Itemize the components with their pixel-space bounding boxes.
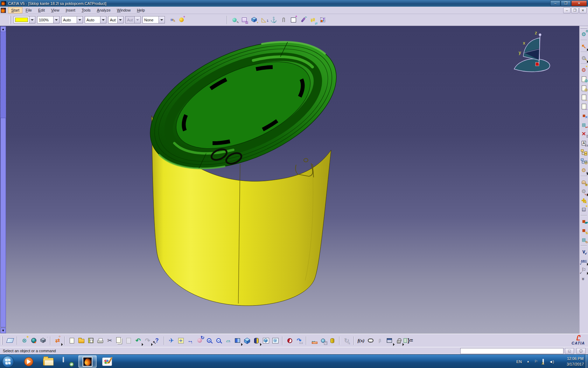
save-icon[interactable]	[86, 336, 96, 346]
graph-tree-reorder-icon[interactable]: ▤↻	[580, 235, 588, 244]
doc-arrow-gear-icon[interactable]: →	[580, 102, 588, 111]
fit-all-in-icon[interactable]: ✛	[176, 336, 186, 346]
pan-icon[interactable]: ↔↕	[186, 336, 195, 346]
chevron-down-icon[interactable]	[100, 16, 106, 23]
cube-camera-icon[interactable]: ◗	[250, 15, 259, 25]
annotation-a15-icon[interactable]: A15	[580, 138, 588, 148]
text-with-leader-icon[interactable]: ABC↙	[580, 256, 588, 265]
update-all-icon[interactable]: ⚙⚙	[580, 30, 588, 39]
doc-gear-teal-icon[interactable]: ⚙	[580, 75, 588, 84]
line-weight-combo[interactable]: Auto	[61, 16, 83, 23]
document-icon[interactable]	[1, 8, 6, 13]
tree-scrollbar[interactable]: ▲ ▼	[0, 26, 6, 334]
anchor-icon[interactable]: ⚓	[269, 15, 278, 25]
clock[interactable]: 12:06 PM 3/17/2017	[567, 356, 584, 367]
snap-smart-icon[interactable]: ⚙◡	[580, 187, 588, 196]
scrollbar-track[interactable]	[0, 32, 6, 118]
measure-inertia-icon[interactable]	[328, 336, 337, 346]
quick-print-icon[interactable]	[96, 336, 105, 346]
menu-edit[interactable]: Edit	[35, 7, 48, 13]
scroll-down-icon[interactable]: ▼	[0, 328, 6, 333]
link-parts-icon[interactable]: ✕	[580, 111, 588, 120]
doc-gear-yellow-icon[interactable]: ⚙	[580, 84, 588, 93]
close-button[interactable]: ✕	[571, 0, 587, 6]
measure-between-icon[interactable]: ↔	[309, 336, 318, 346]
whats-this-icon[interactable]: ?↖	[152, 336, 162, 346]
doc-arrow-icon[interactable]: →	[580, 93, 588, 102]
menu-tools[interactable]: Tools	[78, 7, 94, 13]
chevron-down-icon[interactable]	[117, 16, 123, 23]
cube-small-icon[interactable]: ◦	[38, 336, 48, 346]
menu-window[interactable]: Window	[114, 7, 134, 13]
light-effect-icon[interactable]	[285, 336, 294, 346]
taskbar-explorer[interactable]	[39, 355, 57, 368]
power-input-button[interactable]: ◱	[565, 348, 574, 354]
info-button[interactable]: ⓘ	[576, 348, 586, 354]
zoom-out-icon[interactable]: −	[214, 336, 223, 346]
weld-symbol-icon[interactable]: ∨↙	[580, 247, 588, 256]
smart-pick-icon[interactable]: ⚙↖	[580, 54, 588, 63]
menu-insert[interactable]: Insert	[63, 7, 79, 13]
chevron-down-icon[interactable]	[77, 16, 83, 23]
color-grid-icon[interactable]	[318, 15, 327, 25]
setsquare-icon[interactable]: ◺1	[259, 15, 268, 25]
menu-help[interactable]: Help	[134, 7, 148, 13]
restore-button[interactable]: ❐	[561, 0, 571, 6]
swap-visible-space-icon[interactable]	[271, 336, 280, 346]
product-tree-icon[interactable]	[580, 148, 588, 157]
start-button[interactable]	[2, 356, 14, 368]
macro-globe-icon[interactable]: ⊛★	[20, 336, 29, 346]
chevron-down-icon[interactable]	[29, 16, 35, 23]
lock-icon[interactable]	[394, 336, 404, 346]
sphere-pencil-icon[interactable]: ✎	[230, 15, 239, 25]
scroll-up-icon[interactable]: ▲	[0, 26, 6, 32]
design-table-icon[interactable]	[385, 336, 394, 346]
fill-color-combo[interactable]	[14, 16, 35, 23]
chevron-down-icon[interactable]	[53, 16, 59, 23]
new-document-icon[interactable]	[67, 336, 77, 346]
taskbar-remote-desktop[interactable]: ⇄	[59, 355, 77, 368]
grid-points-icon[interactable]: ⇄⁘	[53, 336, 62, 346]
point-symbol-combo[interactable]: Aut	[108, 16, 124, 23]
menu-analyze[interactable]: Analyze	[94, 7, 114, 13]
zoom-in-icon[interactable]: +	[204, 336, 214, 346]
multi-view-icon[interactable]	[233, 336, 242, 346]
toolbar-grip[interactable]	[1, 336, 2, 345]
flag-note-icon[interactable]: ⚐↙	[580, 265, 588, 274]
toolbar-grip[interactable]	[10, 16, 11, 24]
depth-effect-icon[interactable]: ↷▭	[294, 336, 304, 346]
sphere-render-icon[interactable]: ●	[29, 336, 38, 346]
taskbar-media-player[interactable]	[20, 355, 38, 368]
product-tree-gear-icon[interactable]: ⚙	[580, 157, 588, 166]
copy-icon[interactable]	[114, 336, 124, 346]
explode-icon[interactable]: ✚✚	[580, 196, 588, 205]
select-arrow-icon[interactable]: ↖	[580, 42, 588, 51]
menu-file[interactable]: File	[22, 7, 35, 13]
graphic-wizard-icon[interactable]: ✦	[177, 15, 186, 25]
taskbar-paint[interactable]	[98, 355, 116, 368]
isometric-view-icon[interactable]	[242, 336, 252, 346]
layer-combo[interactable]: None	[142, 16, 165, 23]
component-star-icon[interactable]: ★	[580, 205, 588, 214]
gear-star-icon[interactable]: ⚙✦	[580, 66, 588, 75]
comment-icon[interactable]	[366, 336, 375, 346]
mdi-restore-button[interactable]: ❐	[571, 7, 579, 13]
language-indicator[interactable]: EN	[516, 360, 522, 364]
hide-show-component-icon[interactable]: ✕▯	[580, 129, 588, 138]
manipulation-hand-icon[interactable]: ◉	[580, 178, 588, 187]
toolbar-grip[interactable]	[580, 27, 587, 28]
formula-icon[interactable]: f(x)	[356, 336, 366, 346]
chevron-down-icon[interactable]	[159, 16, 164, 23]
show-hidden-icons[interactable]: ▲	[527, 360, 530, 363]
pattern-n-icon[interactable]: ⚙n	[580, 166, 588, 175]
undo-icon[interactable]: ↶	[133, 336, 143, 346]
replace-component-icon[interactable]: ▰	[580, 217, 588, 226]
action-center-flag-icon[interactable]: ⚐	[534, 359, 538, 364]
line-type-combo[interactable]: Auto	[85, 16, 106, 23]
network-icon[interactable]: ⚠	[542, 360, 544, 364]
rotate-icon[interactable]: ↻	[195, 336, 204, 346]
menu-view[interactable]: View	[48, 7, 63, 13]
cut-icon[interactable]: ✂	[105, 336, 114, 346]
copy-graphic-properties-icon[interactable]: ≡ ✎	[167, 15, 176, 25]
relations-icon[interactable]: }=	[404, 336, 413, 346]
